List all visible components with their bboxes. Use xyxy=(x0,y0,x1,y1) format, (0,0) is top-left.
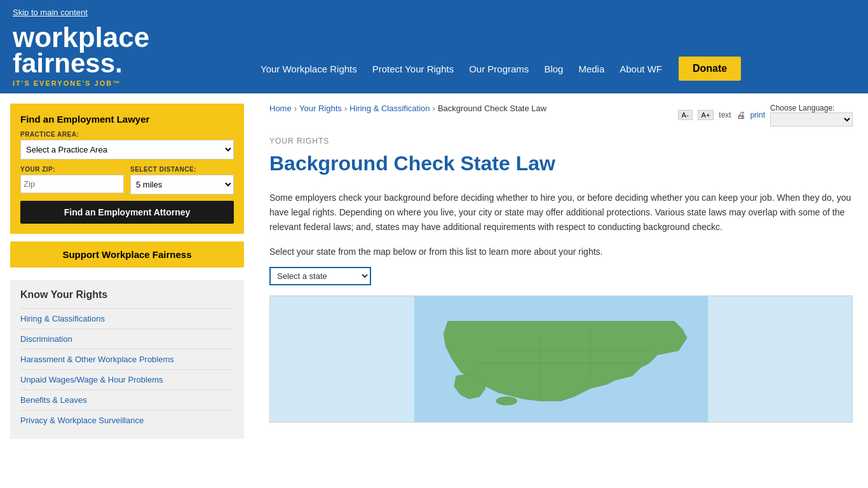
main-content: Home › Your Rights › Hiring & Classifica… xyxy=(254,93,868,449)
article-paragraph-1: Some employers check your background bef… xyxy=(269,191,853,234)
nav-your-workplace-rights[interactable]: Your Workplace Rights xyxy=(254,60,363,78)
sidebar: Find an Employment Lawyer PRACTICE AREA:… xyxy=(0,93,254,449)
text-smaller-button[interactable]: A- xyxy=(678,110,693,120)
know-rights-box: Know Your Rights Hiring & Classification… xyxy=(10,280,244,439)
breadcrumb-sep-2: › xyxy=(344,104,347,113)
state-select-dropdown[interactable]: Select a state Alabama Alaska Arizona Ar… xyxy=(269,267,371,285)
main-nav: Your Workplace Rights Protect Your Right… xyxy=(254,57,868,81)
practice-area-label: PRACTICE AREA: xyxy=(20,131,234,138)
find-attorney-button[interactable]: Find an Employment Attorney xyxy=(20,201,234,224)
zip-input[interactable] xyxy=(20,175,124,193)
text-label: text xyxy=(719,111,731,119)
nav-item-unpaid-wages[interactable]: Unpaid Wages/Wage & Hour Problems xyxy=(20,369,234,390)
distance-select[interactable]: 5 miles 10 miles 25 miles 50 miles 100 m… xyxy=(130,175,234,194)
know-rights-title: Know Your Rights xyxy=(20,289,234,301)
text-larger-button[interactable]: A+ xyxy=(698,110,714,120)
support-wrapper: Support Workplace Fairness xyxy=(10,241,244,268)
header: Skip to main content workplace fairness.… xyxy=(0,0,868,93)
logo-line2: fairness. xyxy=(13,50,123,77)
breadcrumb-current: Background Check State Law xyxy=(438,104,546,113)
language-dropdown[interactable]: Spanish French German xyxy=(770,112,853,126)
nav-blog[interactable]: Blog xyxy=(538,60,569,78)
breadcrumb-sep-3: › xyxy=(433,104,435,113)
nav-about-wf[interactable]: About WF xyxy=(613,60,668,78)
practice-area-select[interactable]: Select a Practice Area Discrimination Ha… xyxy=(20,140,234,159)
us-map-svg xyxy=(270,296,852,422)
zip-distance-row: YOUR ZIP: SELECT DISTANCE: 5 miles 10 mi… xyxy=(20,166,234,194)
zip-col: YOUR ZIP: xyxy=(20,166,124,193)
breadcrumb-hiring[interactable]: Hiring & Classification xyxy=(349,104,430,113)
nav-item-hiring[interactable]: Hiring & Classifications xyxy=(20,308,234,329)
logo: workplace fairness. IT'S EVERYONE'S JOB™ xyxy=(13,24,241,87)
print-icon: 🖨 xyxy=(736,110,745,120)
breadcrumb-home[interactable]: Home xyxy=(269,104,292,113)
breadcrumb-sep-1: › xyxy=(294,104,297,113)
nav-protect-your-rights[interactable]: Protect Your Rights xyxy=(366,60,460,78)
skip-to-main-link[interactable]: Skip to main content xyxy=(13,8,241,17)
article-paragraph-2: Select your state from the map below or … xyxy=(269,245,853,259)
nav-item-privacy[interactable]: Privacy & Workplace Surveillance xyxy=(20,410,234,430)
language-label: Choose Language: xyxy=(770,104,834,112)
donate-button[interactable]: Donate xyxy=(679,57,741,81)
us-map xyxy=(269,295,853,423)
dist-col: SELECT DISTANCE: 5 miles 10 miles 25 mil… xyxy=(130,166,234,194)
breadcrumb: Home › Your Rights › Hiring & Classifica… xyxy=(269,104,546,113)
distance-label: SELECT DISTANCE: xyxy=(130,166,234,173)
nav-item-benefits[interactable]: Benefits & Leaves xyxy=(20,390,234,410)
find-lawyer-box: Find an Employment Lawyer PRACTICE AREA:… xyxy=(10,104,244,234)
breadcrumb-tools-row: Home › Your Rights › Hiring & Classifica… xyxy=(269,104,853,126)
language-selector: Choose Language: Spanish French German xyxy=(770,104,853,126)
zip-label: YOUR ZIP: xyxy=(20,166,124,173)
nav-media[interactable]: Media xyxy=(572,60,611,78)
your-rights-label: YOUR RIGHTS xyxy=(269,137,853,146)
find-lawyer-title: Find an Employment Lawyer xyxy=(20,114,234,125)
header-nav-section: Your Workplace Rights Protect Your Right… xyxy=(254,0,868,93)
breadcrumb-your-rights[interactable]: Your Rights xyxy=(299,104,342,113)
print-link[interactable]: print xyxy=(750,111,765,119)
page-title: Background Check State Law xyxy=(269,152,853,175)
nav-item-harassment[interactable]: Harassment & Other Workplace Problems xyxy=(20,349,234,369)
support-button[interactable]: Support Workplace Fairness xyxy=(10,241,244,268)
logo-line1: workplace xyxy=(13,24,149,51)
header-logo-section: Skip to main content workplace fairness.… xyxy=(0,0,254,93)
svg-point-3 xyxy=(496,397,517,405)
nav-item-discrimination[interactable]: Discrimination xyxy=(20,329,234,349)
nav-our-programs[interactable]: Our Programs xyxy=(463,60,535,78)
page-body: Find an Employment Lawyer PRACTICE AREA:… xyxy=(0,93,868,449)
page-tools: A- A+ text 🖨 print Choose Language: Span… xyxy=(678,104,853,126)
logo-tagline: IT'S EVERYONE'S JOB™ xyxy=(13,79,121,87)
